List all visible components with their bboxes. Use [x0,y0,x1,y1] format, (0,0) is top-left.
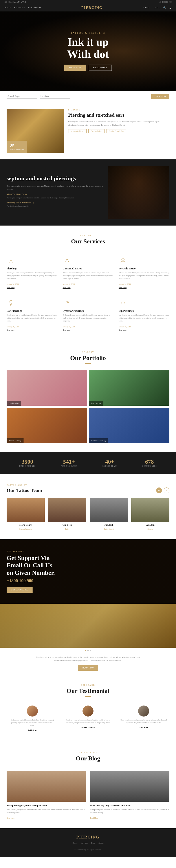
portfolio-heading: Our Portfolio [7,354,169,362]
footer-links: Home Services Blog About [7,842,169,844]
portfolio-item-1[interactable]: Ear Piercing [89,370,169,406]
services-grid: Piercings Piercing is a form of body mod… [7,254,169,333]
footer-copyright: © 2023 Piercing. All Rights Reserved. [7,846,169,850]
blog-section: LATEST NEWS Our Blog Nose piercing may h… [0,743,176,828]
stat-2: 40+ Expert Team [103,459,117,467]
stats-section: 3500 Happy Clients 541+ Piercing Done 40… [0,452,176,474]
eyebrow-service-icon [63,298,71,307]
footer-link-3[interactable]: About [99,842,104,844]
gallery-dot-0[interactable] [85,650,86,651]
team-section: TATTOO ARTIST Our Tattoo Team ← → Maria … [0,474,176,539]
blog-image-1 [90,771,169,802]
portfolio-grid: Lip Piercing Ear Piercing Nostril Pierci… [7,370,169,443]
service-title-4: Eyebrow Piercings [63,309,113,313]
team-role-3: Piercing [147,528,153,530]
service-link-4[interactable]: Read More [63,329,113,331]
team-role-0: Piercing Specialist [19,528,32,530]
support-heading: Get Support Via Email Or Call Us on Give… [7,554,95,577]
top-bar-address: 123 Main Street, New York [4,1,26,3]
blog-body-0: Nose piercing was practiced all around t… [7,808,86,814]
piercing-service-icon [7,256,15,265]
gallery-dot-2[interactable] [90,650,91,651]
search-topic-input[interactable] [7,94,37,98]
testimonial-2: Third client testimonial praising the ex… [118,703,169,734]
team-heading: Our Tattoo Team [7,488,42,493]
blog-link-1[interactable]: Read More [90,817,98,819]
service-link-1[interactable]: Read More [63,287,113,288]
service-body-4: Eyebrow piercing is a form of body modif… [63,314,113,322]
portfolio-item-2[interactable]: Nostril Piercing [7,408,87,443]
testimonials-section: FEEDBACK Our Testimonial Testimonial con… [0,675,176,742]
dark-link-1[interactable]: Piercings/Sleeve,Septum and Lip [7,201,103,204]
hero-read-btn[interactable]: READ MORE [89,65,112,71]
team-nav: ← → [156,488,169,493]
search-location-input[interactable] [40,94,70,98]
testimonial-text-2: Third client testimonial praising the ex… [120,719,167,724]
gallery-dots [0,648,176,653]
testimonials-header: FEEDBACK Our Testimonial [7,684,169,697]
testimonial-0: Testimonial content from satisfied clien… [7,703,58,734]
stat-3: 678 Certificates [142,459,156,467]
piercing-tag-2[interactable]: Piercing Enough Tips [106,129,126,133]
team-photo-1 [48,498,86,522]
service-link-0[interactable]: Read More [7,287,58,288]
support-btn[interactable]: GET CONNECTED [7,587,33,593]
gallery-dot-1[interactable] [87,650,89,651]
nav-link-portfolio[interactable]: PORTFOLIO [28,7,41,9]
gallery-description: Piercing tends to occur naturally at the… [33,656,143,662]
piercing-tag-0[interactable]: Intimacy & Phones [68,129,87,133]
team-next-btn[interactable]: → [164,488,169,493]
service-body-5: Lip piercing is a form of body modificat… [118,314,169,322]
dark-link-0[interactable]: How Traditional Tattoo [7,193,103,195]
team-prev-btn[interactable]: ← [156,488,162,493]
lip-service-icon [118,298,128,307]
services-section: WHAT WE DO Our Services Piercings Pierci… [0,225,176,342]
search-btn[interactable]: LOOK NOW [151,94,169,99]
dark-link-desc1: Piercing has both purpose and expression… [7,197,103,199]
nav-link-blog[interactable]: BLOG [154,7,161,9]
team-role-2: Tattoo Expert [104,528,114,530]
testimonials-grid: Testimonial content from satisfied clien… [7,703,169,734]
service-link-2[interactable]: Read More [118,287,169,288]
stat-label-2: Expert Team [103,465,117,467]
nav-link-services[interactable]: SERVICES [14,7,25,9]
support-content: Get Support Get Support Via Email Or Cal… [7,550,95,593]
team-role-1: Tattoo [65,528,69,530]
gallery-section: Piercing tends to occur naturally at the… [0,603,176,675]
services-header: WHAT WE DO Our Services [7,235,169,247]
testimonials-heading: Our Testimonial [7,687,169,694]
testimonial-name-2: Tim Abell [120,726,167,728]
piercing-count: 25 Years of Experience [7,141,27,153]
portfolio-item-0[interactable]: Lip Piercing [7,370,87,406]
footer-link-2[interactable]: Blog [91,842,95,844]
blog-card-1: Nose piercing may have been practiced No… [90,771,169,819]
footer-link-0[interactable]: Home [73,842,77,844]
portrait-service-icon [118,256,128,265]
footer: PIERCING Home Services Blog About © 2023… [0,828,176,857]
blog-link-0[interactable]: Read More [7,817,14,819]
team-name-1: Tim Cook [48,524,86,526]
gallery-book-btn[interactable]: BOOK NOW [78,665,98,671]
nav-link-about[interactable]: ABOUT [143,7,151,9]
piercing-tags: Intimacy & Phones Piercing Insight Pierc… [68,129,165,133]
footer-link-1[interactable]: Services [81,842,88,844]
piercing-text: PIERCING Piercing and stretched ears Pie… [64,109,169,153]
service-link-5[interactable]: Read More [118,329,169,331]
service-card-4: Eyebrow Piercings Eyebrow piercing is a … [63,296,113,333]
hero-book-btn[interactable]: BOOK NOW [64,65,86,71]
stat-label-3: Certificates [142,465,156,467]
team-card-2: Tim Abell Tattoo Expert [90,498,128,530]
nav-link-home[interactable]: HOME [4,7,11,9]
portfolio-item-3[interactable]: Eyebrow Piercing [89,408,169,443]
svg-point-1 [122,258,124,261]
blog-card-0: Nose piercing may have been practiced No… [7,771,86,819]
menu-icon[interactable]: ☰ [169,6,172,9]
piercing-tag-1[interactable]: Piercing Insight [89,129,105,133]
gallery-hero-image [0,603,176,648]
search-icon[interactable]: 🔍 [163,6,166,9]
service-card-0: Piercings Piercing is a form of body mod… [7,254,58,291]
stat-num-0: 3500 [20,459,36,465]
portfolio-caption-0: Lip Piercing [7,401,21,406]
service-link-3[interactable]: Read More [7,329,58,331]
blog-heading: Our Blog [7,755,169,762]
